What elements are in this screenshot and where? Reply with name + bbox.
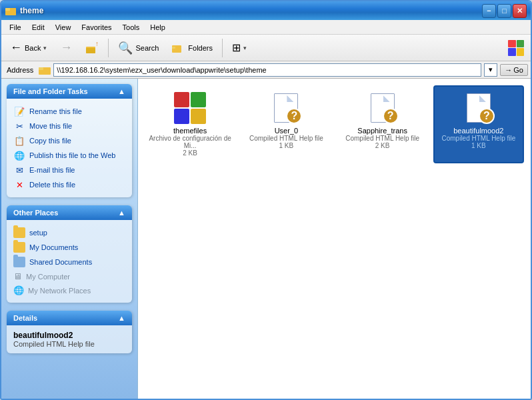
toolbar: ← Back ▾ → ↑ 🔍 Search Fold [1, 35, 531, 61]
details-filetype: Compiled HTML Help file [13, 340, 125, 348]
places-panel-header[interactable]: Other Places ▲ [7, 205, 132, 220]
places-panel-title: Other Places [13, 209, 58, 217]
minimize-button[interactable]: − [482, 4, 496, 18]
file-size-beautifulmood2: 1 KB [471, 142, 486, 149]
maximize-button[interactable]: □ [497, 4, 511, 18]
tasks-panel: File and Folder Tasks ▲ Rename this file… [7, 84, 132, 197]
file-area: themefiles Archivo de configuración de M… [138, 79, 531, 399]
file-item-user0[interactable]: ? User_0 Compiled HTML Help file 1 KB [241, 85, 331, 163]
folders-icon [172, 42, 185, 54]
action-email[interactable]: E-mail this file [11, 163, 128, 177]
details-panel-header[interactable]: Details ▲ [7, 311, 132, 325]
file-icon-sapphire: ? [367, 92, 399, 124]
go-label: Go [513, 66, 523, 74]
places-panel-content: setup My Documents Shared Documents 🖥 My… [7, 220, 132, 303]
file-name-sapphire: Sapphire_trans [357, 127, 407, 135]
tasks-panel-header[interactable]: File and Folder Tasks ▲ [7, 84, 132, 99]
sidebar: File and Folder Tasks ▲ Rename this file… [1, 79, 138, 399]
up-button[interactable]: ↑ [79, 38, 105, 58]
menu-favorites[interactable]: Favorites [76, 22, 117, 33]
tasks-panel-title: File and Folder Tasks [13, 87, 88, 95]
publish-icon [13, 150, 25, 161]
email-icon [13, 165, 25, 175]
details-panel-content: beautifulmood2 Compiled HTML Help file [7, 325, 132, 353]
details-panel-title: Details [13, 314, 37, 322]
views-button[interactable]: ⊞ ▾ [226, 38, 253, 57]
tasks-panel-collapse-icon: ▲ [118, 87, 125, 95]
places-link-setup[interactable]: setup [11, 225, 128, 240]
details-panel-collapse-icon: ▲ [118, 314, 125, 322]
file-name-themefiles: themefiles [173, 127, 207, 135]
action-publish[interactable]: Publish this file to the Web [11, 148, 128, 163]
search-button[interactable]: 🔍 Search [112, 37, 165, 59]
action-rename-label: Rename this file [29, 107, 82, 115]
address-input[interactable]: \\192.168.16.2\system\ezx_user\download\… [53, 63, 481, 77]
views-icon: ⊞ [232, 41, 241, 54]
forward-icon: → [60, 41, 72, 55]
places-link-network-label: My Network Places [28, 287, 91, 295]
action-delete[interactable]: Delete this file [11, 177, 128, 192]
svg-rect-8 [172, 47, 175, 49]
folder-icon-shareddocs [13, 257, 25, 267]
places-link-mydocs-label: My Documents [29, 243, 78, 251]
toolbar-sep-1 [108, 39, 109, 57]
details-panel: Details ▲ beautifulmood2 Compiled HTML H… [7, 311, 132, 353]
computer-icon: 🖥 [13, 271, 22, 281]
search-icon: 🔍 [118, 41, 133, 55]
menu-tools[interactable]: Tools [117, 22, 145, 33]
menu-view[interactable]: View [50, 22, 77, 33]
action-rename[interactable]: Rename this file [11, 104, 128, 119]
file-item-beautifulmood2[interactable]: ? beautifulmood2 Compiled HTML Help file… [433, 85, 524, 163]
toolbar-sep-2 [222, 39, 223, 57]
back-dropdown-icon[interactable]: ▾ [43, 45, 47, 51]
file-size-sapphire: 2 KB [375, 142, 390, 149]
file-item-themefiles[interactable]: themefiles Archivo de configuración de M… [145, 85, 235, 163]
folder-icon-mydocs [13, 242, 25, 253]
action-email-label: E-mail this file [29, 166, 75, 174]
places-link-network: 🌐 My Network Places [11, 283, 128, 297]
action-copy[interactable]: Copy this file [11, 133, 128, 148]
address-label: Address [4, 66, 36, 74]
file-desc-sapphire: Compiled HTML Help file [345, 135, 419, 142]
file-item-sapphire[interactable]: ? Sapphire_trans Compiled HTML Help file… [337, 85, 428, 163]
file-desc-user0: Compiled HTML Help file [249, 135, 323, 142]
folders-button[interactable]: Folders [166, 39, 219, 57]
network-icon: 🌐 [13, 285, 24, 295]
action-move[interactable]: Move this file [11, 119, 128, 133]
folder-icon-address [39, 65, 51, 75]
tasks-panel-content: Rename this file Move this file Copy thi… [7, 99, 132, 197]
copy-icon [13, 135, 25, 146]
search-label: Search [135, 44, 159, 52]
file-name-user0: User_0 [275, 127, 298, 135]
file-size-themefiles: 2 KB [183, 149, 197, 157]
close-button[interactable]: ✕ [513, 4, 527, 18]
address-go-button[interactable]: → Go [500, 64, 528, 76]
go-arrow-icon: → [505, 66, 512, 74]
action-copy-label: Copy this file [29, 137, 71, 145]
menu-edit[interactable]: Edit [27, 22, 50, 33]
places-link-mycomputer: 🖥 My Computer [11, 269, 128, 283]
places-panel: Other Places ▲ setup My Documents Shared… [7, 205, 132, 303]
window-icon [5, 5, 16, 16]
menu-bar: File Edit View Favorites Tools Help [1, 20, 531, 35]
title-bar: theme − □ ✕ [1, 1, 531, 20]
address-dropdown[interactable]: ▾ [484, 63, 497, 77]
views-dropdown-icon[interactable]: ▾ [243, 45, 247, 51]
places-link-setup-label: setup [29, 229, 47, 237]
menu-file[interactable]: File [4, 22, 27, 33]
file-icon-beautifulmood2: ? [463, 92, 495, 124]
forward-button[interactable]: → [54, 37, 78, 58]
details-filename: beautifulmood2 [13, 331, 125, 340]
svg-rect-10 [39, 67, 43, 70]
folder-icon-setup [13, 227, 25, 238]
back-button[interactable]: ← Back ▾ [4, 37, 53, 58]
back-icon: ← [10, 41, 22, 55]
up-icon: ↑ [85, 41, 99, 55]
file-icon-themefiles [174, 92, 206, 124]
places-link-mydocs[interactable]: My Documents [11, 240, 128, 255]
file-grid: themefiles Archivo de configuración de M… [145, 85, 524, 163]
menu-help[interactable]: Help [145, 22, 171, 33]
places-panel-collapse-icon: ▲ [118, 209, 125, 217]
places-link-shareddocs[interactable]: Shared Documents [11, 255, 128, 269]
title-buttons: − □ ✕ [482, 4, 527, 18]
